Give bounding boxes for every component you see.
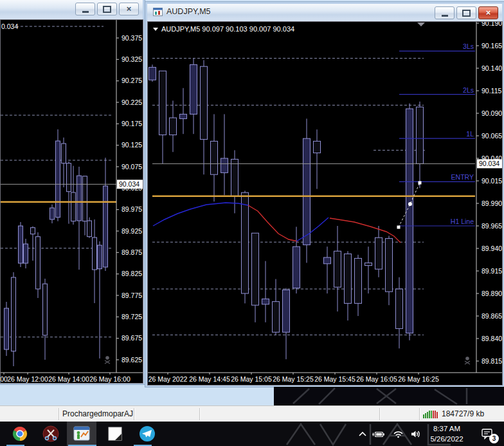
price-tick-label: 89.675: [122, 334, 142, 342]
price-tick-label: 90.015: [482, 177, 502, 185]
price-tick-label: 90.140: [482, 64, 502, 72]
candlestick: [303, 118, 310, 263]
candle-body: [365, 263, 372, 265]
clock-time: 8:37 AM: [427, 423, 467, 434]
left-chart[interactable]: 90.37590.32590.27590.22590.17590.12590.0…: [1, 20, 143, 383]
candlestick: [93, 219, 97, 303]
candle-body: [4, 308, 9, 349]
metatrader-icon: [73, 425, 90, 442]
candlestick: [396, 277, 403, 349]
main-chart[interactable]: 3Ls2Ls1LENTRYH1 Line90.19090.16590.14090…: [148, 22, 502, 385]
candlestick: [365, 246, 372, 293]
price-tick-label: 90.225: [122, 98, 142, 106]
candle-body: [98, 245, 102, 269]
restore-button[interactable]: [97, 3, 117, 15]
candle-body: [12, 277, 16, 351]
candle-body: [273, 302, 280, 333]
taskbar-icon-metatrader[interactable]: [67, 422, 96, 446]
candle-body: [36, 237, 40, 289]
candle-body: [386, 239, 393, 292]
price-tick-label: 90.075: [122, 163, 142, 171]
minimize-icon: [442, 15, 448, 17]
time-tick-label: 26 May 14:00: [48, 375, 89, 383]
candle-body: [56, 141, 60, 218]
minimize-icon: [82, 11, 89, 13]
candlestick: [87, 218, 92, 238]
candlestick: [375, 226, 382, 277]
candle-body: [262, 299, 269, 304]
candle-body: [242, 192, 249, 293]
status-separator: [419, 408, 420, 420]
candlestick: [19, 222, 23, 267]
level-label: ENTRY: [451, 173, 474, 181]
candlestick: [283, 288, 290, 360]
zigzag-marker: [408, 202, 412, 206]
price-tick-label: 89.725: [122, 313, 142, 321]
candle-body: [77, 176, 82, 221]
candle-body: [62, 144, 66, 163]
candlestick: [24, 239, 28, 268]
taskbar-icon-snip-tool[interactable]: [36, 422, 66, 446]
candle-body: [211, 141, 218, 174]
candle-body: [324, 257, 331, 264]
candle-body: [201, 66, 208, 139]
main-window-titlebar[interactable]: AUDJPY,M5 ×: [147, 4, 502, 22]
candlestick: [56, 129, 60, 221]
candlestick: [77, 167, 82, 270]
price-tick-label: 89.840: [482, 335, 502, 342]
candle-body: [252, 233, 259, 305]
taskbar-icon-telegram[interactable]: [132, 422, 162, 446]
candlestick: [406, 104, 413, 340]
zigzag-marker: [397, 226, 401, 229]
close-button[interactable]: ×: [119, 3, 139, 15]
price-tick-label: 89.915: [482, 267, 502, 275]
candlestick: [36, 232, 40, 298]
candle-body: [180, 114, 187, 118]
left-window-titlebar[interactable]: ×: [0, 0, 143, 20]
candlestick: [71, 166, 76, 225]
status-bar: ProchargedmoparAJ 184727/9 kb: [0, 405, 504, 422]
candle-body: [83, 176, 87, 221]
candle-body: [50, 208, 55, 219]
time-tick-label: 26 May 15:05: [231, 375, 272, 383]
taskbar-icon-notes[interactable]: [100, 422, 130, 446]
candle-body: [221, 158, 228, 172]
taskbar-clock[interactable]: 8:37 AM 5/26/2022: [427, 423, 467, 444]
moving-average-line: [296, 218, 328, 241]
candle-body: [396, 289, 403, 329]
candle-body: [67, 163, 71, 192]
battery-icon[interactable]: [372, 429, 386, 441]
candlestick: [149, 64, 156, 82]
candle-body: [43, 284, 48, 335]
price-tick-label: 89.940: [482, 245, 502, 252]
candle-body: [19, 226, 23, 263]
candle-body: [417, 107, 424, 163]
wifi-icon[interactable]: [393, 429, 404, 441]
symbol-dropdown-icon[interactable]: [153, 28, 158, 31]
ohlc-header: AUDJPY,M5 90.097 90.103 90.007 90.034: [161, 25, 294, 33]
price-tick-label: 90.190: [482, 22, 502, 27]
traffic-label: 184727/9 kb: [442, 409, 484, 418]
price-tick-label: 90.165: [482, 42, 502, 50]
minimize-button[interactable]: [75, 3, 95, 15]
price-tick-label: 90.090: [482, 109, 502, 117]
candlestick: [252, 233, 259, 322]
candlestick: [386, 236, 393, 305]
status-separator: [379, 408, 381, 420]
minimize-button[interactable]: [435, 6, 455, 19]
notes-icon: [107, 426, 123, 441]
time-tick-label: 26 May 15:45: [314, 375, 356, 383]
taskbar-icon-chrome[interactable]: [5, 422, 35, 446]
close-button[interactable]: ×: [478, 6, 498, 19]
chart-shift-marker[interactable]: [417, 23, 425, 26]
status-account-label: ProchargedmoparAJ: [62, 409, 133, 418]
notification-badge: 3: [489, 434, 499, 443]
price-tick-label: 90.065: [482, 132, 502, 140]
candlestick: [262, 261, 269, 322]
tray-chevron-icon[interactable]: [357, 429, 368, 441]
candlestick: [221, 114, 228, 195]
chart-corner-icon: [105, 357, 110, 364]
volume-icon[interactable]: [411, 429, 422, 441]
restore-button[interactable]: [456, 6, 476, 19]
candlestick: [83, 176, 87, 236]
